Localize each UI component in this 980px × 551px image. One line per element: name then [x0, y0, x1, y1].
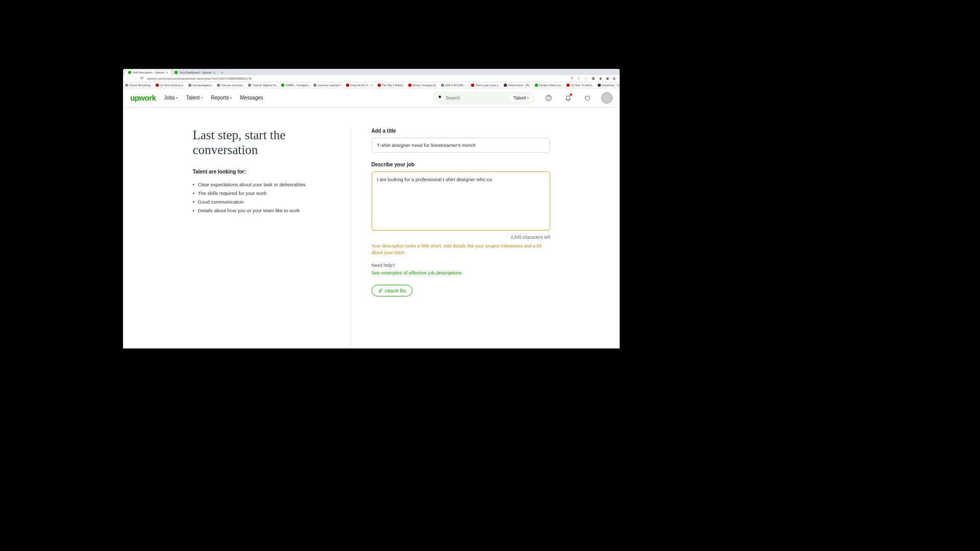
- bookmark-label: (1) How Working a...: [160, 84, 185, 87]
- bookmark-item[interactable]: Chinese translato...: [217, 84, 245, 87]
- bookmark-favicon: [504, 84, 507, 87]
- nav-jobs[interactable]: Jobs▾: [164, 95, 178, 101]
- tab-close-icon[interactable]: ×: [213, 71, 215, 74]
- chevron-down-icon: ▾: [176, 96, 178, 99]
- title-input[interactable]: [372, 138, 550, 153]
- bookmark-label: Chinese translato...: [221, 84, 245, 87]
- bell-icon[interactable]: [562, 92, 574, 104]
- svg-point-0: [439, 96, 442, 98]
- bookmark-label: Lessons Learned f...: [317, 84, 343, 87]
- title-label: Add a title: [372, 128, 550, 134]
- bookmark-label: Ding Fei De Yi - Y...: [350, 84, 375, 87]
- bookmark-label: LEE'S HOUSE - ...: [445, 84, 469, 87]
- bookmark-favicon: [598, 84, 601, 87]
- upwork-logo[interactable]: upwork: [130, 93, 156, 102]
- tab-title: Add Description - Upwork: [133, 71, 164, 74]
- bookmark-favicon: [188, 84, 191, 87]
- nav-messages[interactable]: Messages: [240, 95, 263, 101]
- extension-icon[interactable]: ◆: [598, 77, 602, 81]
- search-input[interactable]: [446, 95, 506, 101]
- tips-subhead: Talent are looking for:: [193, 169, 335, 174]
- paperclip-icon: [378, 288, 383, 293]
- browser-tab[interactable]: Your Dashboard - Upwork ×: [172, 70, 218, 75]
- bookmark-label: Datenschutz - Re...: [508, 84, 532, 87]
- bookmark-item[interactable]: Money Changes E...: [408, 84, 438, 87]
- tips-list: Clear expectations about your task or de…: [193, 182, 335, 213]
- bookmark-label: Tutorial: Eigene Fa...: [252, 84, 278, 87]
- bookmark-item[interactable]: Phone Recycling...: [125, 84, 153, 87]
- bookmark-label: Sonderangebot...: [192, 84, 214, 87]
- search-box[interactable]: Talent▾: [433, 92, 535, 104]
- tab-close-icon[interactable]: ×: [166, 71, 168, 74]
- bookmark-item[interactable]: The Top 3 Platfor...: [378, 84, 405, 87]
- extension-icon[interactable]: ▦: [591, 77, 595, 81]
- chevron-down-icon: ▾: [230, 96, 232, 99]
- bookmark-icon[interactable]: ☆: [584, 77, 588, 81]
- warning-text: Your description looks a little short. A…: [372, 243, 550, 256]
- bookmark-label: The Top 3 Platfor...: [382, 84, 405, 87]
- bookmark-item[interactable]: Ding Fei De Yi - Y...: [346, 84, 375, 87]
- bookmark-item[interactable]: Lessons Learned f...: [313, 84, 343, 87]
- bookmark-item[interactable]: GMBN - Vintagefa...: [281, 84, 310, 87]
- tip-item: Good communication: [193, 199, 335, 205]
- bookmark-label: (3) How To Add A...: [571, 84, 595, 87]
- bookmark-label: Download - Cook...: [602, 84, 620, 87]
- nav-reports[interactable]: Reports▾: [211, 95, 232, 101]
- bookmark-favicon: [281, 84, 284, 87]
- bookmark-item[interactable]: Sonderangebot...: [188, 84, 214, 87]
- heart-icon[interactable]: [582, 92, 593, 104]
- avatar[interactable]: [601, 92, 612, 104]
- attach-file-button[interactable]: Attach file: [372, 285, 413, 296]
- bookmark-favicon: [313, 84, 316, 87]
- bookmark-label: Phone Recycling...: [129, 84, 153, 87]
- translate-icon[interactable]: ⠿: [570, 77, 574, 81]
- bookmark-favicon: [378, 84, 381, 87]
- tip-item: Details about how you or your team like …: [193, 208, 335, 213]
- url-field[interactable]: upwork.com/nx/job-post/regular/add-descr…: [147, 77, 567, 80]
- description-textarea[interactable]: [372, 171, 550, 231]
- bookmarks-bar: Phone Recycling...(1) How Working a...So…: [123, 82, 620, 88]
- chevron-down-icon: ▾: [201, 96, 203, 99]
- bookmark-label: How to get more s...: [475, 84, 500, 87]
- share-icon[interactable]: ⇧: [577, 77, 581, 81]
- char-counter: 4,945 characters left: [372, 235, 550, 240]
- help-icon[interactable]: [543, 92, 554, 104]
- chevron-down-icon: ▾: [527, 96, 529, 99]
- forward-button[interactable]: →: [133, 76, 137, 81]
- tip-item: The skills required for your work: [193, 190, 335, 196]
- bookmark-item[interactable]: Student Wants an...: [535, 84, 564, 87]
- bookmark-label: Money Changes E...: [412, 84, 438, 87]
- bookmark-item[interactable]: (3) How To Add A...: [567, 84, 595, 87]
- back-button[interactable]: ←: [126, 76, 130, 81]
- bookmark-favicon: [156, 84, 159, 87]
- bookmark-item[interactable]: (1) How Working a...: [156, 84, 185, 87]
- search-filter-pill[interactable]: Talent▾: [509, 94, 533, 102]
- upwork-header: upwork Jobs▾ Talent▾ Reports▾ Messages T…: [123, 88, 620, 108]
- right-column: Add a title Describe your job 4,945 char…: [351, 128, 550, 348]
- help-link[interactable]: See examples of effective job descriptio…: [372, 270, 550, 276]
- notification-dot: [570, 93, 572, 96]
- browser-tab-active[interactable]: Add Description - Upwork ×: [125, 70, 171, 75]
- page-content: Last step, start the conversation Talent…: [123, 108, 620, 348]
- reload-button[interactable]: ⟳: [140, 76, 144, 81]
- left-column: Last step, start the conversation Talent…: [193, 128, 351, 348]
- address-bar: ← → ⟳ upwork.com/nx/job-post/regular/add…: [123, 75, 620, 82]
- nav-talent[interactable]: Talent▾: [186, 95, 203, 101]
- bookmark-item[interactable]: LEE'S HOUSE - ...: [441, 84, 469, 87]
- description-label: Describe your job: [372, 162, 550, 167]
- search-icon: [438, 95, 443, 101]
- extension-icon[interactable]: ▣: [605, 77, 609, 81]
- svg-point-3: [549, 99, 549, 99]
- tip-item: Clear expectations about your task or de…: [193, 182, 335, 187]
- bookmark-item[interactable]: Download - Cook...: [598, 84, 620, 87]
- bookmark-item[interactable]: Tutorial: Eigene Fa...: [248, 84, 278, 87]
- bookmark-item[interactable]: How to get more s...: [471, 84, 500, 87]
- bookmark-favicon: [346, 84, 349, 87]
- bookmark-favicon: [125, 84, 128, 87]
- help-label: Need help?: [372, 263, 550, 268]
- new-tab-button[interactable]: +: [219, 70, 226, 75]
- bookmark-favicon: [471, 84, 474, 87]
- profile-icon[interactable]: ◐: [612, 77, 617, 81]
- bookmark-label: GMBN - Vintagefa...: [285, 84, 310, 87]
- bookmark-item[interactable]: Datenschutz - Re...: [504, 84, 532, 87]
